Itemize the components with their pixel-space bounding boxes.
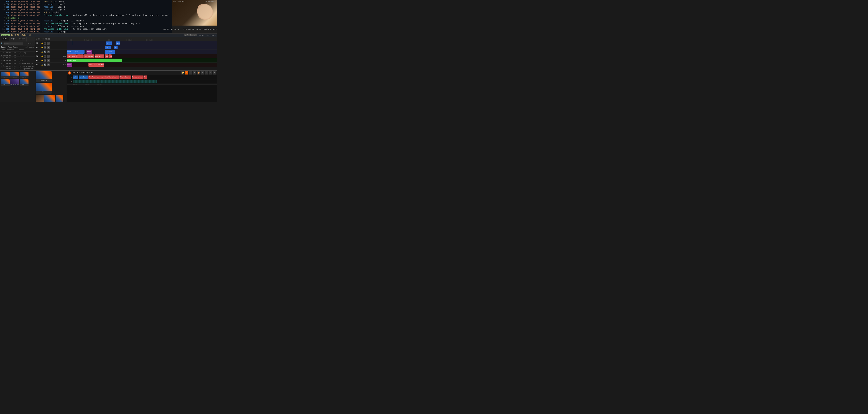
tl-clip-v3-ra2[interactable]: ra.. bbox=[116, 41, 120, 45]
track-lock-icon[interactable]: 🔒 bbox=[41, 42, 43, 44]
bt-clip-ashes-1[interactable]: The Ashes on t... bbox=[108, 76, 120, 79]
media-item[interactable]: ▶ The Ashes... 00:00:09:00 And when all … bbox=[0, 62, 35, 65]
tl-clip-v1-radi[interactable]: radi... radio... bbox=[67, 50, 85, 54]
media-item[interactable]: ▶ 萝卜 00:00:09:00 [B]萝卜 bbox=[0, 59, 35, 62]
media-item[interactable]: ▶ radiolab 00:00:19:08 [B]Logo 6 .... ex… bbox=[0, 70, 35, 70]
tl-clip-a2-swift[interactable]: swift.m4a bbox=[67, 59, 122, 62]
ts2: 00:06:42,500 bbox=[26, 28, 40, 31]
track-cam-icon[interactable]: 📷 bbox=[44, 42, 46, 45]
track-label-v1: V1 bbox=[36, 51, 40, 53]
ts1: 00:00:00,000 bbox=[11, 11, 25, 14]
track-cam-icon[interactable]: 📷 bbox=[44, 63, 46, 66]
bt-clip-swift[interactable] bbox=[73, 80, 157, 83]
tl-clip-a3-2023[interactable]: 2023... bbox=[67, 63, 72, 67]
tl-clip-v2-ra[interactable]: ra.. bbox=[114, 46, 118, 49]
tl-clip-v2-radi[interactable]: radi... bbox=[105, 46, 111, 49]
search-input[interactable] bbox=[3, 42, 23, 45]
tl-clip-a1-th[interactable]: Th... bbox=[109, 55, 112, 58]
media-item[interactable]: ▶ radiolab 00:00:05:00 Logo 4 bbox=[0, 57, 35, 59]
line-number: # bbox=[1, 17, 5, 20]
media-item[interactable]: ▶ radiolab 00:00:16:17 [B]Logo 5 ... ext… bbox=[0, 65, 35, 67]
tl-clip-a1-thea2[interactable]: The A... bbox=[105, 55, 108, 58]
color-btn[interactable]: 🎨 bbox=[197, 71, 200, 75]
deliver-btn[interactable]: ▶ bbox=[205, 71, 208, 75]
track-cam-icon[interactable]: 📷 bbox=[44, 51, 46, 53]
encoding-badge: utf-8[unix] bbox=[184, 34, 197, 36]
settings-btn[interactable]: ⚙ bbox=[213, 71, 216, 75]
tl-clip-a1-ashes2[interactable]: The Ashes on the Lawn... bbox=[95, 55, 104, 58]
large-thumb-0[interactable]: radiolab bbox=[36, 71, 52, 82]
line-number: 10 bbox=[1, 9, 5, 11]
tl-clip-v1-2023[interactable]: 2023... bbox=[87, 50, 92, 54]
track-eye-icon[interactable]: 👁 bbox=[47, 51, 50, 53]
filter-tags[interactable]: Tags bbox=[8, 46, 12, 48]
track-eye-icon[interactable]: 👁 bbox=[47, 46, 50, 49]
track-eye-icon[interactable]: 👁 bbox=[47, 42, 50, 45]
track-cam-icon[interactable]: 📷 bbox=[44, 55, 46, 58]
media-btn[interactable]: 📁 bbox=[181, 71, 184, 75]
media-item-pos: 00:00:09:00 bbox=[6, 60, 19, 62]
media-item-name: radiolab bbox=[3, 65, 6, 67]
cut-btn[interactable]: ✂ bbox=[185, 71, 188, 75]
large-thumb-1[interactable]: radi... bbox=[36, 83, 52, 94]
tab-tags[interactable]: Tags bbox=[9, 37, 17, 41]
tl-clip-a3-ashes[interactable]: The Ashes on the Lawn... bbox=[88, 63, 104, 67]
pipe: | bbox=[40, 6, 44, 9]
home-btn[interactable]: ⌂ bbox=[209, 71, 212, 75]
media-item[interactable]: ▶ radiolab 00:00:02:00 Logo 3 bbox=[0, 54, 35, 57]
track-eye-icon[interactable]: 👁 bbox=[47, 55, 50, 58]
filter-clips[interactable]: Clips bbox=[1, 46, 6, 48]
tl-clip-v1-radiola[interactable]: radiola... bbox=[105, 50, 115, 54]
bt-clip-th2[interactable]: Th... bbox=[144, 76, 147, 79]
bin-item-5[interactable]: radi... bbox=[20, 79, 29, 86]
tab-roles[interactable]: Roles bbox=[17, 37, 27, 41]
filter-roles[interactable]: Roles bbox=[13, 46, 19, 48]
bin-item-0[interactable]: radi... bbox=[1, 71, 10, 79]
large-thumb-3[interactable]: radi... bbox=[56, 95, 63, 102]
text-editor[interactable]: 7 EDL 00:00:00,000 00:10:00,000 | swift … bbox=[0, 0, 172, 33]
track-eye-icon[interactable]: 👁 bbox=[47, 59, 50, 62]
bin-item-2[interactable]: radi... bbox=[20, 71, 29, 79]
track-lock-icon[interactable]: 🔒 bbox=[41, 64, 43, 66]
bin-item-3[interactable]: radi... bbox=[1, 79, 10, 86]
track-lock-icon[interactable]: 🔒 bbox=[41, 51, 43, 53]
edl-keyword: EDL bbox=[6, 25, 11, 28]
track-cam-icon[interactable]: 📷 bbox=[44, 59, 46, 62]
edit-btn[interactable]: ✏ bbox=[189, 71, 192, 75]
bt-clip-ashes-2[interactable]: The Ashes on t... bbox=[120, 76, 131, 79]
tl-track-a2: swift.m4a bbox=[67, 58, 217, 63]
large-thumb-2[interactable]: radiolab bbox=[44, 95, 55, 102]
track-time-header: ▶ 00:00:00:00 bbox=[35, 37, 67, 41]
track-lock-icon[interactable]: 🔒 bbox=[41, 55, 43, 57]
line-number: 8 bbox=[1, 3, 5, 6]
ts1: 00:00:42,330 bbox=[11, 14, 25, 17]
bin-item-4[interactable]: radiolab.png bbox=[10, 79, 19, 86]
tl-clip-a1-t[interactable]: T... bbox=[81, 55, 84, 58]
track-lock-icon[interactable]: 🔒 bbox=[41, 60, 43, 61]
bt-clip-th[interactable]: Th... bbox=[104, 76, 108, 79]
media-item[interactable]: ▶ swift 00:00:00:00 [B] song bbox=[0, 52, 35, 54]
clip-extra: This episode is reported by the super ta… bbox=[71, 22, 142, 25]
bt-clip-radiolab[interactable]: radiolab bbox=[79, 76, 88, 79]
bt-clip-radi-0[interactable]: radi... bbox=[73, 76, 78, 79]
clip-extra: Logo 4 bbox=[55, 9, 65, 11]
tab-index[interactable]: Index bbox=[0, 37, 9, 41]
tl-clip-a1-thea[interactable]: The A... bbox=[77, 55, 81, 58]
media-item[interactable]: ▶ The Ashes... 00:00:16:17 This episode … bbox=[0, 67, 35, 70]
editor-line-edl: 8 EDL 00:00:00,000 00:00:02,000 | radiol… bbox=[1, 3, 171, 6]
bt-clip-ashes-0[interactable]: The Ashes on t... bbox=[88, 76, 104, 79]
tl-clip-a1-ashes1[interactable]: The Ashes on the Lawn... bbox=[84, 55, 94, 58]
video-thumb[interactable]: video bbox=[36, 95, 44, 102]
clip-ref: radiolab ! bbox=[44, 25, 55, 28]
track-lock-icon[interactable]: 🔒 bbox=[41, 47, 43, 48]
tl-clip-a1-ashes0[interactable]: The Ashe on the Lawn... bbox=[67, 55, 77, 58]
media-item-name: radiolab bbox=[3, 70, 6, 70]
fusion-btn[interactable]: ◈ bbox=[193, 71, 196, 75]
fairlight-btn[interactable]: ♫ bbox=[201, 71, 204, 75]
bt-clip-ashes-3[interactable]: The Ashes on t... bbox=[132, 76, 143, 79]
media-item-icon: ▶ bbox=[1, 52, 3, 54]
bin-item-1[interactable]: radiolab bbox=[10, 71, 19, 79]
track-cam-icon[interactable]: 📷 bbox=[44, 46, 46, 49]
tl-clip-v3-ra[interactable]: ra... bbox=[106, 41, 112, 45]
track-eye-icon[interactable]: 👁 bbox=[47, 63, 50, 66]
